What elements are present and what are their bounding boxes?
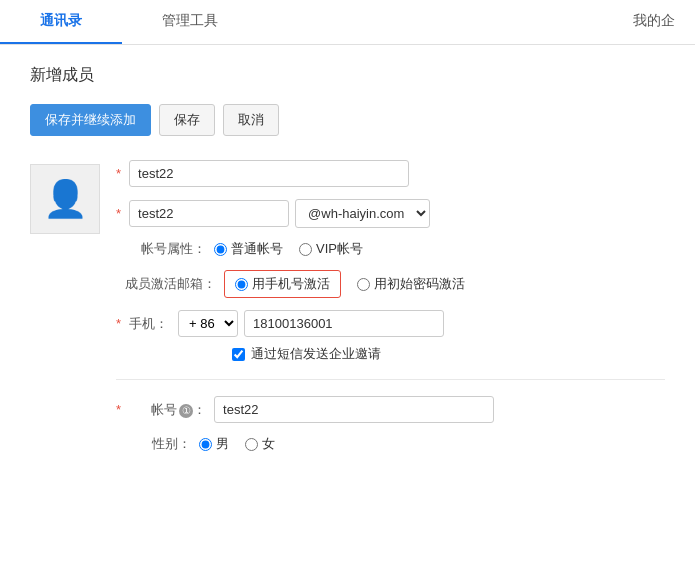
phone-row: * 手机： + 86 bbox=[116, 310, 665, 337]
radio-password-activate[interactable]: 用初始密码激活 bbox=[357, 275, 465, 293]
sms-checkbox[interactable] bbox=[232, 348, 245, 361]
avatar[interactable]: 👤 bbox=[30, 164, 100, 234]
email-prefix-input[interactable] bbox=[129, 200, 289, 227]
radio-password-label: 用初始密码激活 bbox=[374, 275, 465, 293]
radio-vip[interactable]: VIP帐号 bbox=[299, 240, 363, 258]
radio-male-input[interactable] bbox=[199, 438, 212, 451]
name-input[interactable] bbox=[129, 160, 409, 187]
account-required: * bbox=[116, 402, 121, 417]
radio-password-input[interactable] bbox=[357, 278, 370, 291]
main-content: 新增成员 保存并继续添加 保存 取消 👤 * * @wh-haiyin.c bbox=[0, 45, 695, 473]
sms-row: 通过短信发送企业邀请 bbox=[232, 345, 665, 363]
cancel-button[interactable]: 取消 bbox=[223, 104, 279, 136]
form-fields: * * @wh-haiyin.com 帐号属性： 普通帐号 bbox=[116, 160, 665, 453]
save-and-add-button[interactable]: 保存并继续添加 bbox=[30, 104, 151, 136]
radio-vip-label: VIP帐号 bbox=[316, 240, 363, 258]
name-row: * bbox=[116, 160, 665, 187]
gender-label: 性别： bbox=[116, 435, 191, 453]
radio-mobile-input[interactable] bbox=[235, 278, 248, 291]
account-type-row: 帐号属性： 普通帐号 VIP帐号 bbox=[116, 240, 665, 258]
tab-management[interactable]: 管理工具 bbox=[122, 0, 258, 44]
phone-required: * bbox=[116, 316, 121, 331]
gender-group: 男 女 bbox=[199, 435, 275, 453]
save-button[interactable]: 保存 bbox=[159, 104, 215, 136]
radio-mobile-activate[interactable]: 用手机号激活 bbox=[235, 275, 330, 293]
radio-male-label: 男 bbox=[216, 435, 229, 453]
email-row: * @wh-haiyin.com bbox=[116, 199, 665, 228]
avatar-icon: 👤 bbox=[43, 178, 88, 220]
radio-male[interactable]: 男 bbox=[199, 435, 229, 453]
account-label: 帐号①： bbox=[131, 401, 206, 419]
email-required: * bbox=[116, 206, 121, 221]
radio-normal[interactable]: 普通帐号 bbox=[214, 240, 283, 258]
sms-label: 通过短信发送企业邀请 bbox=[251, 345, 381, 363]
gender-row: 性别： 男 女 bbox=[116, 435, 665, 453]
activation-options: 用手机号激活 bbox=[224, 270, 341, 298]
activation-label: 成员激活邮箱： bbox=[116, 275, 216, 293]
toolbar: 保存并继续添加 保存 取消 bbox=[30, 104, 665, 136]
email-domain-select[interactable]: @wh-haiyin.com bbox=[295, 199, 430, 228]
phone-label: 手机： bbox=[129, 315, 168, 333]
activation-row: 成员激活邮箱： 用手机号激活 用初始密码激活 bbox=[116, 270, 665, 298]
tab-contacts[interactable]: 通讯录 bbox=[0, 0, 122, 44]
account-number-row: * 帐号①： bbox=[116, 396, 665, 423]
name-required: * bbox=[116, 166, 121, 181]
radio-normal-label: 普通帐号 bbox=[231, 240, 283, 258]
radio-mobile-label: 用手机号激活 bbox=[252, 275, 330, 293]
radio-female-label: 女 bbox=[262, 435, 275, 453]
page-title: 新增成员 bbox=[30, 65, 665, 86]
top-nav: 通讯录 管理工具 我的企 bbox=[0, 0, 695, 45]
account-info-icon[interactable]: ① bbox=[179, 404, 193, 418]
radio-vip-input[interactable] bbox=[299, 243, 312, 256]
account-type-group: 普通帐号 VIP帐号 bbox=[214, 240, 363, 258]
tab-enterprise[interactable]: 我的企 bbox=[613, 0, 695, 44]
radio-female[interactable]: 女 bbox=[245, 435, 275, 453]
phone-code-select[interactable]: + 86 bbox=[178, 310, 238, 337]
account-input[interactable] bbox=[214, 396, 494, 423]
radio-female-input[interactable] bbox=[245, 438, 258, 451]
radio-normal-input[interactable] bbox=[214, 243, 227, 256]
form-container: 👤 * * @wh-haiyin.com 帐号属性： bbox=[30, 160, 665, 453]
account-type-label: 帐号属性： bbox=[116, 240, 206, 258]
form-divider bbox=[116, 379, 665, 380]
phone-input[interactable] bbox=[244, 310, 444, 337]
